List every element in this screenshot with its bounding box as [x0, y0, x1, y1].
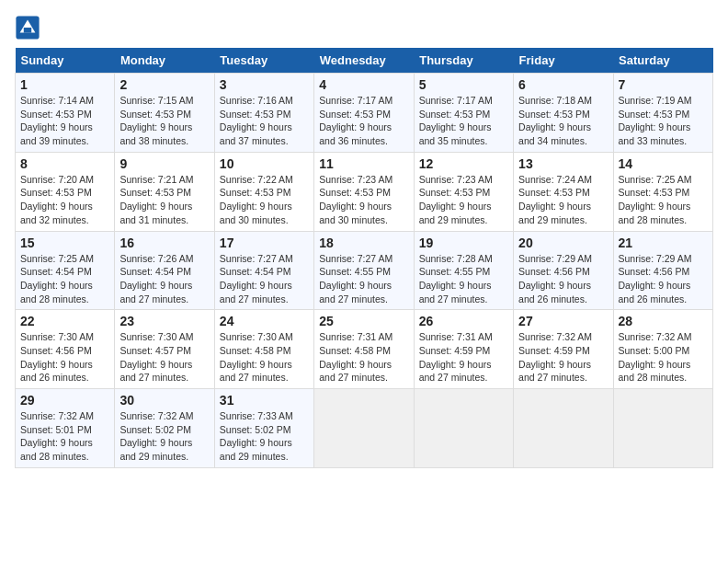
col-header-tuesday: Tuesday [214, 48, 313, 74]
day-info: Sunrise: 7:18 AM Sunset: 4:53 PM Dayligh… [518, 94, 608, 148]
day-number: 11 [319, 156, 408, 171]
day-info: Sunrise: 7:30 AM Sunset: 4:57 PM Dayligh… [119, 330, 209, 385]
day-info: Sunrise: 7:32 AM Sunset: 5:01 PM Dayligh… [20, 409, 109, 464]
day-number: 17 [220, 236, 309, 250]
day-cell: 14Sunrise: 7:25 AM Sunset: 4:53 PM Dayli… [613, 152, 712, 231]
col-header-thursday: Thursday [414, 48, 513, 74]
day-number: 14 [619, 156, 708, 171]
day-info: Sunrise: 7:15 AM Sunset: 4:53 PM Dayligh… [119, 94, 209, 148]
col-header-saturday: Saturday [613, 48, 712, 74]
week-row-3: 15Sunrise: 7:25 AM Sunset: 4:54 PM Dayli… [16, 231, 713, 310]
day-info: Sunrise: 7:31 AM Sunset: 4:58 PM Dayligh… [319, 330, 408, 385]
day-cell: 8Sunrise: 7:20 AM Sunset: 4:53 PM Daylig… [16, 152, 115, 231]
day-cell: 3Sunrise: 7:16 AM Sunset: 4:53 PM Daylig… [214, 74, 313, 153]
day-number: 24 [220, 314, 309, 328]
day-info: Sunrise: 7:27 AM Sunset: 4:55 PM Dayligh… [319, 252, 408, 306]
calendar-table: SundayMondayTuesdayWednesdayThursdayFrid… [15, 48, 713, 468]
day-cell: 18Sunrise: 7:27 AM Sunset: 4:55 PM Dayli… [314, 231, 414, 310]
day-number: 2 [119, 77, 209, 92]
col-header-sunday: Sunday [16, 48, 115, 74]
day-info: Sunrise: 7:19 AM Sunset: 4:53 PM Dayligh… [619, 94, 708, 148]
day-number: 3 [220, 77, 309, 92]
day-number: 12 [419, 156, 508, 171]
col-header-monday: Monday [115, 48, 214, 74]
day-number: 6 [518, 77, 608, 92]
day-cell [314, 389, 414, 468]
day-info: Sunrise: 7:27 AM Sunset: 4:54 PM Dayligh… [220, 252, 309, 306]
day-info: Sunrise: 7:25 AM Sunset: 4:54 PM Dayligh… [20, 252, 109, 306]
day-number: 31 [220, 393, 309, 408]
day-info: Sunrise: 7:28 AM Sunset: 4:55 PM Dayligh… [419, 252, 508, 306]
day-cell: 30Sunrise: 7:32 AM Sunset: 5:02 PM Dayli… [115, 389, 214, 468]
day-number: 23 [119, 314, 209, 328]
day-number: 26 [419, 314, 508, 328]
day-cell [613, 389, 712, 468]
day-cell: 10Sunrise: 7:22 AM Sunset: 4:53 PM Dayli… [214, 152, 313, 231]
day-info: Sunrise: 7:32 AM Sunset: 4:59 PM Dayligh… [518, 330, 608, 385]
day-info: Sunrise: 7:26 AM Sunset: 4:54 PM Dayligh… [119, 252, 209, 306]
logo-icon [15, 15, 40, 40]
day-cell: 4Sunrise: 7:17 AM Sunset: 4:53 PM Daylig… [314, 74, 414, 153]
header-row: SundayMondayTuesdayWednesdayThursdayFrid… [16, 48, 713, 74]
week-row-2: 8Sunrise: 7:20 AM Sunset: 4:53 PM Daylig… [16, 152, 713, 231]
day-cell: 21Sunrise: 7:29 AM Sunset: 4:56 PM Dayli… [613, 231, 712, 310]
day-number: 20 [518, 236, 608, 250]
day-number: 15 [20, 236, 109, 250]
day-cell: 11Sunrise: 7:23 AM Sunset: 4:53 PM Dayli… [314, 152, 414, 231]
day-cell: 28Sunrise: 7:32 AM Sunset: 5:00 PM Dayli… [613, 310, 712, 389]
day-info: Sunrise: 7:14 AM Sunset: 4:53 PM Dayligh… [20, 94, 109, 148]
day-number: 8 [20, 156, 109, 171]
day-number: 19 [419, 236, 508, 250]
day-info: Sunrise: 7:23 AM Sunset: 4:53 PM Dayligh… [319, 173, 408, 227]
day-number: 5 [419, 77, 508, 92]
day-cell: 24Sunrise: 7:30 AM Sunset: 4:58 PM Dayli… [214, 310, 313, 389]
day-info: Sunrise: 7:17 AM Sunset: 4:53 PM Dayligh… [419, 94, 508, 148]
day-number: 4 [319, 77, 408, 92]
day-info: Sunrise: 7:16 AM Sunset: 4:53 PM Dayligh… [220, 94, 309, 148]
col-header-wednesday: Wednesday [314, 48, 414, 74]
day-cell: 27Sunrise: 7:32 AM Sunset: 4:59 PM Dayli… [514, 310, 613, 389]
col-header-friday: Friday [514, 48, 613, 74]
day-info: Sunrise: 7:24 AM Sunset: 4:53 PM Dayligh… [518, 173, 608, 227]
day-number: 29 [20, 393, 109, 408]
day-number: 27 [518, 314, 608, 328]
day-info: Sunrise: 7:29 AM Sunset: 4:56 PM Dayligh… [619, 252, 708, 306]
day-info: Sunrise: 7:31 AM Sunset: 4:59 PM Dayligh… [419, 330, 508, 385]
day-info: Sunrise: 7:30 AM Sunset: 4:58 PM Dayligh… [220, 330, 309, 385]
week-row-5: 29Sunrise: 7:32 AM Sunset: 5:01 PM Dayli… [16, 389, 713, 468]
day-info: Sunrise: 7:21 AM Sunset: 4:53 PM Dayligh… [119, 173, 209, 227]
svg-rect-2 [24, 28, 31, 33]
day-number: 9 [119, 156, 209, 171]
day-cell: 23Sunrise: 7:30 AM Sunset: 4:57 PM Dayli… [115, 310, 214, 389]
day-info: Sunrise: 7:29 AM Sunset: 4:56 PM Dayligh… [518, 252, 608, 306]
day-cell [514, 389, 613, 468]
day-cell: 29Sunrise: 7:32 AM Sunset: 5:01 PM Dayli… [16, 389, 115, 468]
day-cell: 9Sunrise: 7:21 AM Sunset: 4:53 PM Daylig… [115, 152, 214, 231]
day-info: Sunrise: 7:20 AM Sunset: 4:53 PM Dayligh… [20, 173, 109, 227]
day-cell [414, 389, 513, 468]
day-number: 25 [319, 314, 408, 328]
day-cell: 31Sunrise: 7:33 AM Sunset: 5:02 PM Dayli… [214, 389, 313, 468]
day-number: 30 [119, 393, 209, 408]
day-cell: 5Sunrise: 7:17 AM Sunset: 4:53 PM Daylig… [414, 74, 513, 153]
header [15, 15, 713, 40]
day-number: 7 [619, 77, 708, 92]
day-number: 1 [20, 77, 109, 92]
logo [15, 15, 44, 40]
day-number: 28 [619, 314, 708, 328]
week-row-1: 1Sunrise: 7:14 AM Sunset: 4:53 PM Daylig… [16, 74, 713, 153]
day-cell: 12Sunrise: 7:23 AM Sunset: 4:53 PM Dayli… [414, 152, 513, 231]
day-cell: 17Sunrise: 7:27 AM Sunset: 4:54 PM Dayli… [214, 231, 313, 310]
day-cell: 13Sunrise: 7:24 AM Sunset: 4:53 PM Dayli… [514, 152, 613, 231]
day-number: 13 [518, 156, 608, 171]
day-info: Sunrise: 7:32 AM Sunset: 5:02 PM Dayligh… [119, 409, 209, 464]
day-cell: 6Sunrise: 7:18 AM Sunset: 4:53 PM Daylig… [514, 74, 613, 153]
day-info: Sunrise: 7:23 AM Sunset: 4:53 PM Dayligh… [419, 173, 508, 227]
day-cell: 25Sunrise: 7:31 AM Sunset: 4:58 PM Dayli… [314, 310, 414, 389]
day-cell: 19Sunrise: 7:28 AM Sunset: 4:55 PM Dayli… [414, 231, 513, 310]
day-number: 22 [20, 314, 109, 328]
day-cell: 16Sunrise: 7:26 AM Sunset: 4:54 PM Dayli… [115, 231, 214, 310]
week-row-4: 22Sunrise: 7:30 AM Sunset: 4:56 PM Dayli… [16, 310, 713, 389]
day-cell: 1Sunrise: 7:14 AM Sunset: 4:53 PM Daylig… [16, 74, 115, 153]
day-info: Sunrise: 7:22 AM Sunset: 4:53 PM Dayligh… [220, 173, 309, 227]
